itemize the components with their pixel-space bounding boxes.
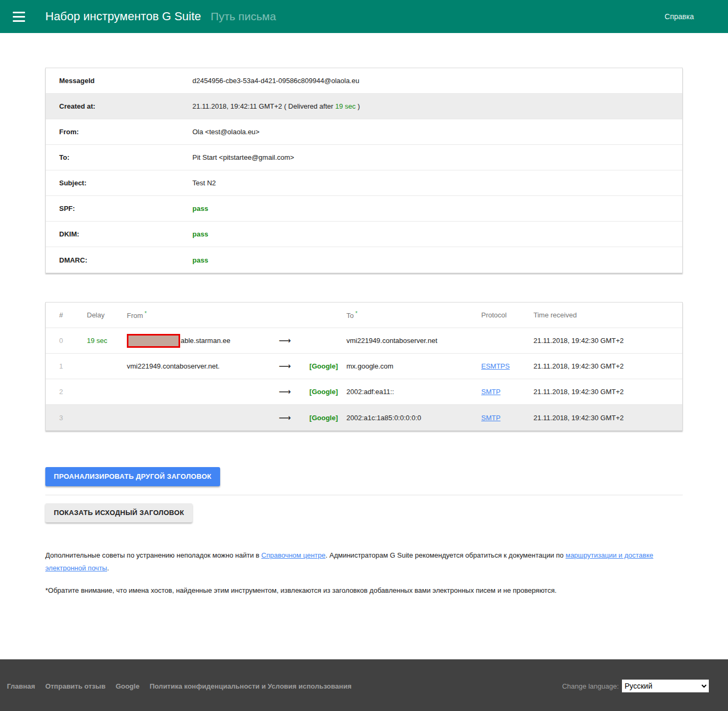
footer-link-google[interactable]: Google — [116, 682, 140, 690]
col-num: # — [59, 311, 87, 319]
hop-row-0: 0 19 sec able.starman.ee ⟶ vmi221949.con… — [46, 328, 682, 354]
hop-from: able.starman.ee — [127, 334, 279, 348]
dkim-status: pass — [192, 230, 682, 238]
hop-time: 21.11.2018, 19:42:30 GMT+2 — [533, 362, 682, 370]
arrow-icon: ⟶ — [279, 387, 308, 397]
hops-table: # Delay From* To* Protocol Time received… — [45, 302, 683, 431]
hop-from-text: able.starman.ee — [181, 337, 230, 345]
created-at-label: Created at: — [59, 102, 192, 110]
hop-protocol: SMTP — [481, 388, 533, 396]
to-label: To: — [59, 153, 192, 161]
protocol-link[interactable]: SMTP — [481, 414, 500, 422]
col-to: To* — [346, 310, 481, 320]
dkim-label: DKIM: — [59, 230, 192, 238]
hop-protocol: SMTP — [481, 414, 533, 422]
from-asterisk: * — [144, 310, 147, 316]
disclaimer-note: *Обратите внимание, что имена хостов, на… — [45, 586, 683, 594]
hop-time: 21.11.2018, 19:42:30 GMT+2 — [533, 414, 682, 422]
row-created-at: Created at: 21.11.2018, 19:42:11 GMT+2 (… — [46, 94, 682, 119]
from-value: Ola <test@olaola.eu> — [192, 128, 682, 136]
from-label: From: — [59, 128, 192, 136]
col-protocol: Protocol — [481, 311, 533, 319]
hop-num: 3 — [59, 414, 87, 422]
footer-link-privacy-terms[interactable]: Политика конфиденциальности и Условия ис… — [150, 682, 352, 690]
spf-status: pass — [192, 205, 682, 213]
hops-header-row: # Delay From* To* Protocol Time received — [46, 303, 682, 328]
footer: Главная Отправить отзыв Google Политика … — [0, 659, 728, 711]
google-tag: [Google] — [308, 414, 346, 422]
arrow-icon: ⟶ — [279, 413, 308, 423]
app-bar: Набор инструментов G Suite Путь письма С… — [0, 0, 728, 33]
hop-delay: 19 sec — [87, 337, 127, 345]
change-language-label: Change language: — [562, 682, 619, 690]
message-summary-table: MessageId d2454956-cbe3-53a4-d421-09586c… — [45, 68, 683, 273]
help-note: Дополнительные советы по устранению непо… — [45, 549, 683, 575]
footer-link-home[interactable]: Главная — [7, 682, 35, 690]
created-at-text: 21.11.2018, 19:42:11 GMT+2 ( Delivered a… — [192, 102, 335, 110]
delivered-after-value: 19 sec — [335, 102, 355, 110]
to-value: Pit Start <pitstartee@gmail.com> — [192, 153, 682, 161]
subject-label: Subject: — [59, 179, 192, 187]
col-to-text: To — [346, 312, 354, 320]
google-tag: [Google] — [308, 388, 346, 396]
hop-row-2: 2 ⟶ [Google] 2002:adf:ea11:: SMTP 21.11.… — [46, 379, 682, 405]
divider — [45, 495, 683, 495]
row-dmarc: DMARC: pass — [46, 247, 682, 273]
help-note-text-2: . Администраторам G Suite рекомендуется … — [326, 551, 565, 559]
protocol-link[interactable]: ESMTPS — [481, 362, 509, 370]
help-note-text-1: Дополнительные советы по устранению непо… — [45, 551, 261, 559]
hop-row-3: 3 ⟶ [Google] 2002:a1c:1a85:0:0:0:0:0 SMT… — [46, 405, 682, 430]
redaction-box — [127, 334, 180, 348]
help-center-link[interactable]: Справочном центре — [261, 551, 325, 559]
row-messageid: MessageId d2454956-cbe3-53a4-d421-09586c… — [46, 68, 682, 94]
spf-label: SPF: — [59, 205, 192, 213]
protocol-link[interactable]: SMTP — [481, 388, 500, 396]
to-asterisk: * — [355, 310, 358, 316]
created-at-value: 21.11.2018, 19:42:11 GMT+2 ( Delivered a… — [192, 102, 682, 110]
hop-num: 0 — [59, 337, 87, 345]
messageid-label: MessageId — [59, 77, 192, 85]
hop-num: 1 — [59, 362, 87, 370]
main-content: MessageId d2454956-cbe3-53a4-d421-09586c… — [0, 68, 728, 594]
google-tag: [Google] — [308, 362, 346, 370]
app-title: Набор инструментов G Suite — [45, 10, 201, 23]
row-subject: Subject: Test N2 — [46, 170, 682, 196]
help-link[interactable]: Справка — [665, 12, 694, 21]
created-at-suffix: ) — [355, 102, 360, 110]
hop-to: 2002:a1c:1a85:0:0:0:0:0 — [346, 414, 481, 422]
hop-from: vmi221949.contaboserver.net. — [127, 362, 279, 370]
row-dkim: DKIM: pass — [46, 222, 682, 247]
language-select[interactable]: Русский — [622, 680, 709, 692]
arrow-icon: ⟶ — [279, 361, 308, 371]
page-title: Путь письма — [211, 10, 276, 23]
row-from: From: Ola <test@olaola.eu> — [46, 119, 682, 145]
hop-to: 2002:adf:ea11:: — [346, 388, 481, 396]
col-from-text: From — [127, 312, 143, 320]
hop-time: 21.11.2018, 19:42:30 GMT+2 — [533, 388, 682, 396]
subject-value: Test N2 — [192, 179, 682, 187]
analyze-another-header-button[interactable]: ПРОАНАЛИЗИРОВАТЬ ДРУГОЙ ЗАГОЛОВОК — [45, 467, 220, 486]
col-time: Time received — [533, 311, 682, 319]
dmarc-label: DMARC: — [59, 256, 192, 264]
menu-icon[interactable] — [13, 12, 25, 22]
row-spf: SPF: pass — [46, 196, 682, 222]
dmarc-status: pass — [192, 256, 682, 264]
messageid-value: d2454956-cbe3-53a4-d421-09586c809944@ola… — [192, 77, 682, 85]
hop-time: 21.11.2018, 19:42:30 GMT+2 — [533, 337, 682, 345]
hop-row-1: 1 vmi221949.contaboserver.net. ⟶ [Google… — [46, 354, 682, 379]
col-from: From* — [127, 310, 279, 320]
footer-link-feedback[interactable]: Отправить отзыв — [45, 682, 106, 690]
hop-to: vmi221949.contaboserver.net — [346, 337, 481, 345]
hop-protocol: ESMTPS — [481, 362, 533, 370]
help-note-text-3: . — [107, 564, 109, 572]
show-original-header-button[interactable]: ПОКАЗАТЬ ИСХОДНЫЙ ЗАГОЛОВОК — [45, 503, 192, 522]
row-to: To: Pit Start <pitstartee@gmail.com> — [46, 145, 682, 170]
col-delay: Delay — [87, 311, 127, 319]
hop-to: mx.google.com — [346, 362, 481, 370]
hop-num: 2 — [59, 388, 87, 396]
arrow-icon: ⟶ — [279, 336, 308, 346]
